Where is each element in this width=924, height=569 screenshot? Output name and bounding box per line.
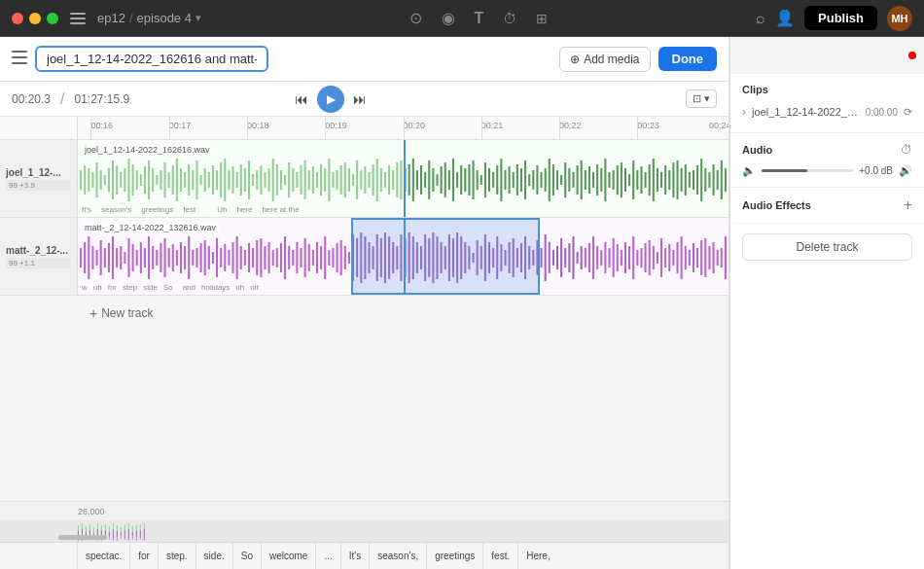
minimize-button[interactable] xyxy=(29,13,41,24)
clip-name-input[interactable] xyxy=(35,46,268,72)
svg-rect-186 xyxy=(152,246,154,269)
svg-rect-16 xyxy=(120,172,122,188)
clock-icon[interactable]: ⏱ xyxy=(503,11,516,26)
delete-track-button[interactable]: Delete track xyxy=(742,233,912,261)
svg-rect-222 xyxy=(296,242,298,273)
empty-tracks-area[interactable] xyxy=(0,331,729,501)
svg-rect-214 xyxy=(264,246,266,269)
svg-rect-189 xyxy=(164,238,166,277)
svg-rect-250 xyxy=(409,232,410,283)
svg-rect-260 xyxy=(448,234,450,281)
svg-rect-161 xyxy=(700,159,702,201)
svg-rect-271 xyxy=(492,248,494,267)
svg-rect-101 xyxy=(460,165,462,195)
svg-rect-46 xyxy=(240,164,242,196)
search-icon[interactable]: ⌕ xyxy=(756,10,765,27)
svg-rect-360 xyxy=(124,530,125,540)
svg-rect-312 xyxy=(657,252,658,264)
svg-rect-233 xyxy=(340,240,342,275)
svg-rect-315 xyxy=(668,244,670,271)
svg-rect-95 xyxy=(436,174,438,186)
record-icon[interactable]: ◉ xyxy=(442,9,455,27)
svg-rect-108 xyxy=(488,168,490,192)
svg-rect-138 xyxy=(608,172,610,188)
svg-rect-13 xyxy=(108,168,110,192)
svg-rect-175 xyxy=(108,243,110,272)
svg-rect-170 xyxy=(88,236,89,279)
svg-rect-317 xyxy=(676,242,678,273)
svg-rect-192 xyxy=(176,250,178,266)
breadcrumb-episode4[interactable]: episode 4 xyxy=(137,11,192,25)
svg-rect-92 xyxy=(424,172,426,188)
svg-rect-195 xyxy=(188,236,190,279)
svg-rect-149 xyxy=(653,159,655,201)
mini-scrollbar-thumb[interactable] xyxy=(58,535,107,540)
tick-line-2 xyxy=(169,117,170,139)
svg-rect-158 xyxy=(689,172,691,188)
skip-back-button[interactable]: ⏮ xyxy=(292,89,311,110)
svg-rect-44 xyxy=(232,166,234,194)
svg-rect-226 xyxy=(312,250,314,266)
add-effect-button[interactable]: + xyxy=(904,197,912,213)
menu-icon[interactable] xyxy=(66,13,89,24)
ruler-spacer xyxy=(0,117,78,139)
svg-rect-313 xyxy=(660,238,662,277)
text-icon[interactable]: T xyxy=(475,10,484,27)
svg-rect-228 xyxy=(320,246,322,269)
close-button[interactable] xyxy=(12,13,23,24)
fit-button[interactable]: ⊡ ▾ xyxy=(686,89,717,108)
track-content-matt[interactable]: matt-_2_12-14-2022_132616.wav xyxy=(78,218,729,295)
transcript-word-12: Here, xyxy=(518,543,557,569)
breadcrumb-ep[interactable]: ep12 xyxy=(97,11,125,25)
maximize-button[interactable] xyxy=(47,13,58,24)
camera-icon[interactable]: ⊙ xyxy=(409,9,422,27)
svg-rect-273 xyxy=(500,244,502,271)
person-icon[interactable]: 👤 xyxy=(775,9,795,27)
svg-rect-96 xyxy=(441,166,443,194)
clip-loop-icon[interactable]: ⟳ xyxy=(904,106,912,119)
svg-rect-57 xyxy=(284,175,286,185)
tick-line-4 xyxy=(325,117,326,139)
audio-header: Audio ⏱ xyxy=(742,143,912,157)
volume-slider[interactable] xyxy=(762,169,853,172)
add-media-button[interactable]: ⊕ Add media xyxy=(559,47,650,72)
svg-rect-304 xyxy=(624,242,626,273)
svg-rect-298 xyxy=(600,250,602,266)
svg-rect-246 xyxy=(392,242,394,273)
svg-rect-83 xyxy=(388,165,390,195)
svg-rect-285 xyxy=(549,242,551,273)
audio-section-title: Audio xyxy=(742,144,772,156)
svg-rect-169 xyxy=(84,242,86,273)
svg-rect-135 xyxy=(596,164,598,196)
new-track-button[interactable]: + New track xyxy=(89,305,154,321)
track-content-joel[interactable]: joel_1_12-14-2022_162616.wav xyxy=(78,140,729,217)
svg-rect-275 xyxy=(509,242,511,273)
svg-rect-88 xyxy=(409,164,410,196)
mini-waveform-bar[interactable] xyxy=(0,520,729,542)
play-button[interactable]: ▶ xyxy=(317,86,344,113)
done-button[interactable]: Done xyxy=(658,47,718,71)
svg-rect-35 xyxy=(195,160,197,199)
svg-rect-157 xyxy=(685,164,687,196)
hamburger-icon[interactable] xyxy=(12,51,27,68)
svg-rect-171 xyxy=(91,246,93,269)
svg-rect-211 xyxy=(252,248,254,267)
tick-line-1 xyxy=(90,117,91,139)
audio-clock-icon[interactable]: ⏱ xyxy=(901,143,912,157)
svg-rect-166 xyxy=(721,160,723,199)
svg-rect-207 xyxy=(236,236,238,279)
right-panel-top xyxy=(730,37,924,74)
svg-rect-78 xyxy=(368,172,370,188)
svg-rect-310 xyxy=(649,240,651,275)
svg-rect-253 xyxy=(420,246,422,269)
svg-rect-123 xyxy=(549,159,551,201)
skip-forward-button[interactable]: ⏭ xyxy=(350,89,370,110)
grid-icon[interactable]: ⊞ xyxy=(536,11,548,26)
track-row-joel: joel_1_12-... 99 +3.9 joel_1_12-14-2022_… xyxy=(0,140,729,218)
publish-button[interactable]: Publish xyxy=(804,6,877,30)
svg-rect-225 xyxy=(308,244,310,271)
svg-rect-209 xyxy=(244,250,246,266)
svg-rect-47 xyxy=(244,168,246,192)
svg-rect-311 xyxy=(653,246,655,269)
svg-rect-99 xyxy=(452,159,454,201)
